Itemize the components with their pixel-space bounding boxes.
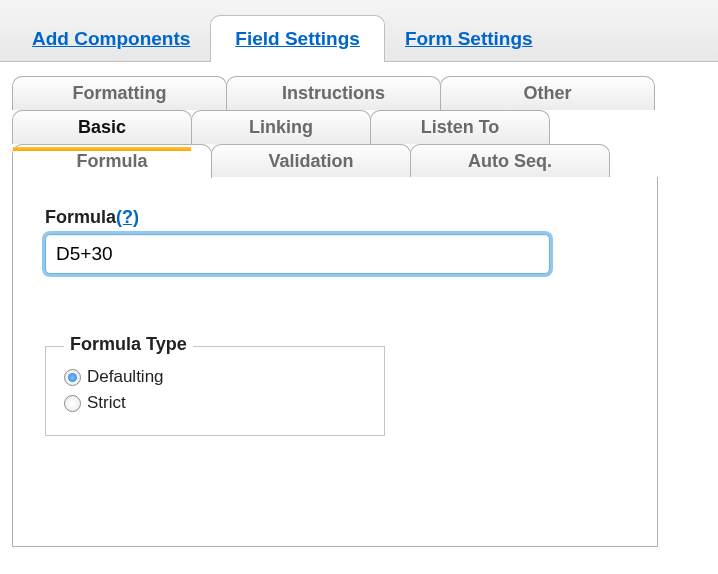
radio-strict-label: Strict xyxy=(87,393,126,413)
tab-auto-seq[interactable]: Auto Seq. xyxy=(410,144,610,178)
tab-basic[interactable]: Basic xyxy=(12,110,192,144)
radio-strict-control xyxy=(64,395,81,412)
formula-label: Formula(?) xyxy=(45,207,625,228)
radio-checked-icon xyxy=(68,373,77,382)
tab-row-1: Formatting Instructions Other xyxy=(12,76,708,110)
topnav-field-settings[interactable]: Field Settings xyxy=(210,15,385,62)
tab-other[interactable]: Other xyxy=(440,76,655,110)
radio-strict[interactable]: Strict xyxy=(64,393,366,413)
tab-row-2: Basic Linking Listen To xyxy=(12,110,708,144)
formula-type-fieldset: Formula Type Defaulting Strict xyxy=(45,346,385,436)
top-nav: Add Components Field Settings Form Setti… xyxy=(0,0,718,62)
tab-linking[interactable]: Linking xyxy=(191,110,371,144)
formula-tab-content: Formula(?) Formula Type Defaulting Stric… xyxy=(12,177,658,547)
tab-instructions[interactable]: Instructions xyxy=(226,76,441,110)
tabs-container: Formatting Instructions Other Basic Link… xyxy=(12,76,708,547)
settings-panel: Formatting Instructions Other Basic Link… xyxy=(0,62,718,557)
tab-formatting[interactable]: Formatting xyxy=(12,76,227,110)
formula-label-text: Formula xyxy=(45,207,116,227)
radio-defaulting-control xyxy=(64,369,81,386)
tab-listen-to[interactable]: Listen To xyxy=(370,110,550,144)
formula-input[interactable] xyxy=(45,234,550,274)
formula-type-legend: Formula Type xyxy=(64,334,193,355)
topnav-add-components[interactable]: Add Components xyxy=(12,16,210,62)
tab-validation[interactable]: Validation xyxy=(211,144,411,178)
radio-defaulting-label: Defaulting xyxy=(87,367,164,387)
topnav-form-settings[interactable]: Form Settings xyxy=(385,16,553,62)
formula-help-link[interactable]: (?) xyxy=(116,207,139,227)
radio-defaulting[interactable]: Defaulting xyxy=(64,367,366,387)
active-indicator-basic xyxy=(13,147,191,151)
